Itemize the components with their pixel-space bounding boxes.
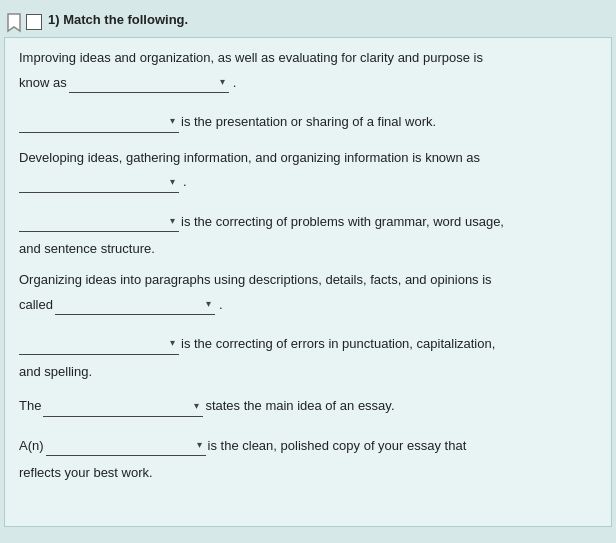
dropdown-5-arrow: ▾ [202,295,211,313]
page-container: 1) Match the following. Improving ideas … [0,0,616,543]
sentence2-row: ▾ is the presentation or sharing of a fi… [19,110,597,133]
dropdown-6-arrow: ▾ [166,334,175,352]
dropdown-3-arrow: ▾ [166,173,175,191]
question-header: 1) Match the following. [0,8,616,37]
sentence5-row: ▾ is the correcting of problems with gra… [19,210,597,233]
sentence3-row: ▾ . [19,170,597,193]
dropdown-7[interactable]: ▾ [43,395,203,417]
dropdown-2-arrow: ▾ [166,112,175,130]
sentence1-period: . [233,71,237,94]
dropdown-7-arrow: ▾ [190,397,199,415]
sentence3-period: . [183,170,187,193]
dropdown-4[interactable]: ▾ [19,210,179,232]
checkbox-icon[interactable] [26,14,42,30]
dropdown-4-arrow: ▾ [166,212,175,230]
dropdown-1[interactable]: ▾ [69,71,229,93]
sentence6-row: called ▾ . [19,293,597,316]
dropdown-3[interactable]: ▾ [19,171,179,193]
sentence9-cont: reflects your best work. [19,463,597,484]
dropdown-8-arrow: ▾ [193,436,202,454]
sentence7-row: ▾ is the correcting of errors in punctua… [19,332,597,355]
dropdown-1-arrow: ▾ [216,73,225,91]
sentence6-period: . [219,293,223,316]
dropdown-2[interactable]: ▾ [19,111,179,133]
bookmark-icon [6,13,22,33]
question-body: Improving ideas and organization, as wel… [4,37,612,527]
sentence9-row: A(n) ▾ is the clean, polished copy of yo… [19,434,597,457]
dropdown-5[interactable]: ▾ [55,293,215,315]
sentence6-part1: Organizing ideas into paragraphs using d… [19,270,597,291]
sentence7-cont: and spelling. [19,362,597,383]
sentence8-row: The ▾ states the main idea of an essay. [19,394,597,417]
sentence5-cont: and sentence structure. [19,239,597,260]
dropdown-8[interactable]: ▾ [46,434,206,456]
sentence3: Developing ideas, gathering information,… [19,148,597,169]
question-title: 1) Match the following. [46,12,188,27]
dropdown-6[interactable]: ▾ [19,333,179,355]
sentence1-part1: Improving ideas and organization, as wel… [19,48,597,69]
sentence1-row: know as ▾ . [19,71,597,94]
